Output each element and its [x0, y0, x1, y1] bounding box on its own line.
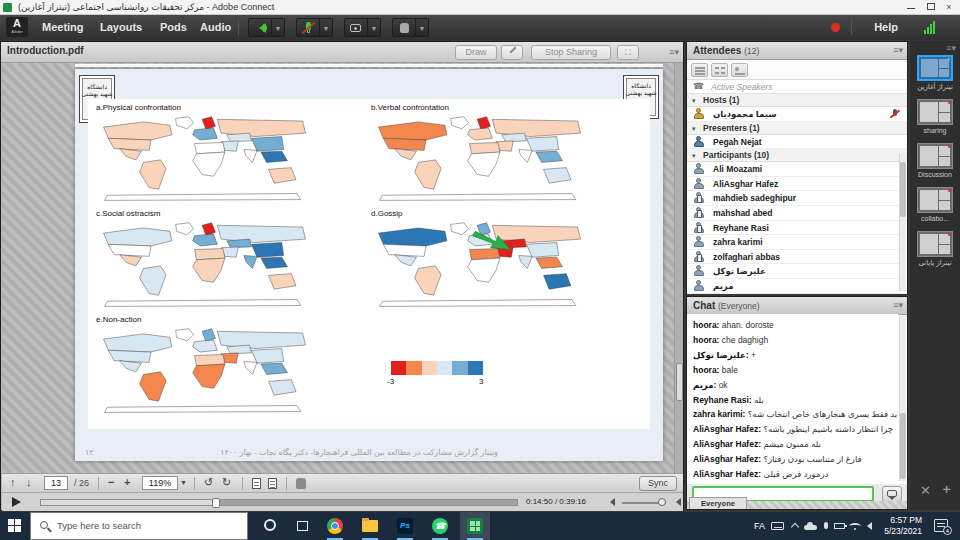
photoshop-taskbar-button[interactable]: Ps	[390, 512, 420, 540]
attendee-row[interactable]: zahra karimi	[687, 235, 907, 250]
attendee-row[interactable]: علیرضا توکل	[687, 264, 907, 279]
sync-button[interactable]: Sync	[639, 476, 677, 491]
fullscreen-button[interactable]: ⛶	[617, 45, 639, 60]
file-explorer-taskbar-button[interactable]	[355, 512, 385, 540]
document-scrollbar[interactable]	[674, 63, 683, 473]
layout-item-1[interactable]: sharing	[910, 99, 960, 134]
start-button[interactable]	[0, 512, 30, 540]
layout-thumbnail[interactable]	[917, 187, 953, 213]
volume-max-icon[interactable]	[672, 498, 681, 506]
rotate-right-icon[interactable]: ↻	[222, 476, 231, 489]
adobe-connect-taskbar-button[interactable]	[460, 512, 490, 540]
menu-layouts[interactable]: Layouts	[100, 15, 142, 40]
attendee-row[interactable]: AliAsghar Hafez	[687, 177, 907, 192]
microphone-dropdown-arrow[interactable]: ▼	[320, 18, 333, 37]
maximize-button[interactable]	[922, 0, 940, 14]
layouts-menu-icon[interactable]: ≡▾	[946, 43, 956, 53]
microphone-button[interactable]	[296, 18, 320, 37]
onedrive-cloud-icon[interactable]	[804, 525, 817, 530]
layout-thumbnail[interactable]	[917, 231, 953, 257]
close-button[interactable]: ×	[940, 0, 958, 14]
minimize-button[interactable]	[902, 0, 920, 14]
rotate-left-icon[interactable]: ↺	[204, 476, 213, 489]
menu-pods[interactable]: Pods	[160, 15, 187, 40]
speaker-dropdown-arrow[interactable]: ▼	[272, 18, 285, 37]
task-view-button[interactable]	[288, 512, 318, 540]
help-menu[interactable]: Help	[874, 15, 898, 40]
chevron-up-icon[interactable]	[791, 523, 799, 531]
grid-view-button[interactable]	[711, 63, 728, 77]
layout-thumbnail[interactable]	[917, 143, 953, 169]
attendee-row[interactable]: مریم	[687, 279, 907, 294]
raise-hand-button[interactable]	[392, 18, 416, 37]
stop-sharing-button[interactable]: Stop Sharing	[531, 45, 611, 60]
webcam-dropdown-arrow[interactable]: ▼	[368, 18, 381, 37]
scrollbar-thumb[interactable]	[676, 363, 683, 401]
volume-knob[interactable]	[658, 498, 666, 506]
battery-icon[interactable]	[834, 523, 845, 529]
attendee-row[interactable]: zolfaghari abbas	[687, 250, 907, 265]
attendees-pod-menu-icon[interactable]: ≡▾	[893, 45, 903, 55]
speaker-button[interactable]	[248, 18, 272, 37]
hosts-section-header[interactable]: Hosts (1)	[687, 94, 907, 107]
chat-pod-menu-icon[interactable]: ≡▾	[893, 300, 903, 310]
share-pod-menu-icon[interactable]: ≡▾	[669, 47, 679, 57]
layout-thumbnail[interactable]	[917, 55, 953, 81]
attendee-row[interactable]: mahshad abed	[687, 206, 907, 221]
attendees-scrollbar[interactable]	[899, 154, 906, 291]
page-up-button[interactable]: ↑	[10, 476, 16, 488]
layout-item-3[interactable]: collabo...	[910, 187, 960, 222]
volume-icon[interactable]	[606, 498, 615, 506]
page-number-input[interactable]	[44, 476, 68, 490]
fit-page-icon[interactable]	[252, 478, 261, 489]
layout-item-4[interactable]: تیتراژ پایانی	[910, 231, 960, 267]
playback-track[interactable]	[40, 499, 518, 506]
zoom-dropdown-arrow[interactable]: ▼	[180, 479, 187, 486]
add-layout-icon[interactable]: ＋	[940, 480, 953, 498]
pan-hand-icon[interactable]	[296, 478, 306, 489]
layout-thumbnail[interactable]	[917, 99, 953, 125]
action-center-icon[interactable]: 4	[934, 519, 948, 532]
keyboard-icon[interactable]	[771, 522, 784, 530]
menu-meeting[interactable]: Meeting	[42, 15, 84, 40]
chrome-taskbar-button[interactable]	[320, 512, 350, 540]
webcam-button[interactable]	[344, 18, 368, 37]
scrollbar-thumb[interactable]	[900, 162, 906, 217]
attendee-row[interactable]: mahdieb sadeghipur	[687, 191, 907, 206]
attendee-row[interactable]: Ali Moazami	[687, 162, 907, 177]
raise-hand-dropdown-arrow[interactable]: ▼	[416, 18, 429, 37]
layout-item-2[interactable]: Discussion	[910, 143, 960, 178]
attendee-row[interactable]: سیما محمودیان	[687, 107, 907, 122]
chat-scrollbar[interactable]	[899, 316, 906, 481]
close-layout-icon[interactable]: ✕	[920, 483, 931, 498]
attendee-row[interactable]: Pegah Nejat	[687, 135, 907, 150]
attendee-row[interactable]: Reyhane Rasi	[687, 221, 907, 236]
presenters-section-header[interactable]: Presenters (1)	[687, 122, 907, 135]
layout-item-0[interactable]: تیتراژ آغازین	[910, 55, 960, 91]
send-message-button[interactable]	[882, 486, 902, 502]
taskbar-clock[interactable]: 6:57 PM 5/23/2021	[864, 515, 922, 537]
zoom-in-button[interactable]: +	[124, 476, 130, 488]
participants-section-header[interactable]: Participants (10)	[687, 149, 907, 162]
whatsapp-taskbar-button[interactable]: ☎	[425, 512, 455, 540]
draw-button[interactable]: Draw	[455, 45, 497, 60]
layout-pane	[939, 113, 950, 123]
zoom-level-value[interactable]: 119%	[142, 476, 178, 490]
fit-width-icon[interactable]	[268, 478, 277, 489]
zoom-out-button[interactable]: −	[108, 476, 114, 488]
scrollbar-thumb[interactable]	[900, 413, 906, 479]
wifi-icon[interactable]	[849, 523, 861, 529]
page-down-button[interactable]: ↓	[26, 476, 32, 488]
pen-tool-button[interactable]	[501, 45, 523, 60]
menu-audio[interactable]: Audio	[200, 15, 231, 40]
status-view-button[interactable]	[731, 63, 748, 77]
playback-scrubber[interactable]	[212, 498, 220, 508]
tray-microphone-icon[interactable]	[824, 522, 828, 529]
list-view-button[interactable]	[691, 63, 708, 77]
cortana-button[interactable]	[256, 512, 286, 540]
language-indicator[interactable]: FA	[754, 521, 765, 531]
taskbar-search[interactable]: Type here to search	[30, 512, 248, 540]
play-icon[interactable]	[12, 497, 21, 507]
connection-signal-icon[interactable]	[924, 21, 940, 34]
chat-tab-everyone[interactable]: Everyone	[689, 497, 747, 509]
